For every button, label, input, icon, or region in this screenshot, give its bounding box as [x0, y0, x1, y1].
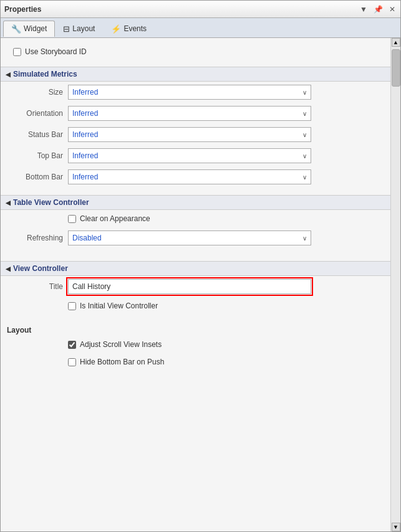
top-bar-row: Top Bar Inferred ∨ [1, 145, 390, 166]
status-bar-dropdown-text: Inferred [72, 130, 98, 139]
close-button[interactable]: ✕ [388, 5, 397, 14]
size-row: Size Inferred ∨ [1, 82, 390, 103]
status-bar-label: Status Bar [7, 130, 63, 139]
adjust-checkbox[interactable] [68, 341, 76, 349]
top-bar-dropdown[interactable]: Inferred ∨ [68, 148, 311, 163]
initial-checkbox[interactable] [68, 302, 76, 310]
tab-widget-label: Widget [24, 24, 47, 33]
size-dropdown-text: Inferred [72, 88, 98, 97]
top-bar-dropdown-arrow: ∨ [302, 153, 307, 159]
bottom-bar-dropdown-arrow: ∨ [302, 174, 307, 181]
title-bar-controls: ▼ 📌 ✕ [359, 5, 397, 14]
table-view-controller-section: ◀ Table View Controller Clear on Appeara… [1, 191, 390, 257]
storyboard-checkbox-label: Use Storyboard ID [25, 47, 87, 56]
bottom-bar-row: Bottom Bar Inferred ∨ [1, 166, 390, 188]
orientation-dropdown-arrow: ∨ [302, 110, 307, 117]
dock-button[interactable]: 📌 [372, 5, 384, 14]
refreshing-row: Refreshing Disabled ∨ [1, 227, 390, 249]
refreshing-dropdown[interactable]: Disabled ∨ [68, 230, 311, 245]
view-controller-header: ◀ View Controller [1, 261, 390, 276]
layout-icon: ⊟ [63, 24, 70, 34]
clear-checkbox-row: Clear on Appearance [1, 210, 390, 227]
content-area: Use Storyboard ID ◀ Simulated Metrics Si… [1, 38, 400, 531]
bottom-bar-label: Bottom Bar [7, 173, 63, 181]
refreshing-value: Disabled ∨ [68, 230, 384, 245]
tab-widget[interactable]: 🔧 Widget [3, 21, 55, 37]
orientation-value: Inferred ∨ [68, 106, 384, 121]
tab-events-label: Events [123, 24, 147, 33]
size-label: Size [7, 88, 63, 97]
bottom-bar-dropdown[interactable]: Inferred ∨ [68, 169, 311, 184]
size-dropdown[interactable]: Inferred ∨ [68, 85, 311, 100]
properties-window: Properties ▼ 📌 ✕ 🔧 Widget ⊟ Layout ⚡ Eve… [0, 0, 401, 532]
initial-checkbox-row: Is Initial View Controller [1, 297, 390, 315]
status-bar-value: Inferred ∨ [68, 127, 384, 142]
initial-checkbox-label: Is Initial View Controller [80, 302, 158, 310]
title-row: Title [1, 276, 390, 297]
table-view-controller-arrow: ◀ [6, 199, 11, 206]
layout-title: Layout [7, 326, 31, 335]
title-label: Title [7, 282, 63, 291]
size-dropdown-arrow: ∨ [302, 89, 307, 96]
scrollbar: ▲ ▼ [390, 38, 400, 531]
refreshing-dropdown-text: Disabled [72, 234, 102, 242]
bottom-bar-dropdown-text: Inferred [72, 173, 98, 181]
hide-checkbox-row: Hide Bottom Bar on Push [1, 353, 390, 371]
title-input[interactable] [68, 279, 311, 294]
hide-checkbox-label: Hide Bottom Bar on Push [80, 358, 164, 366]
status-bar-dropdown-arrow: ∨ [302, 131, 307, 138]
simulated-metrics-arrow: ◀ [6, 71, 11, 78]
layout-header: Layout [1, 322, 390, 336]
simulated-metrics-title: Simulated Metrics [13, 70, 77, 78]
storyboard-checkbox-row: Use Storyboard ID [7, 43, 384, 60]
scroll-thumb[interactable] [392, 49, 400, 87]
widget-icon: 🔧 [11, 24, 21, 34]
size-value: Inferred ∨ [68, 85, 384, 100]
title-bar: Properties ▼ 📌 ✕ [1, 1, 400, 18]
tab-layout-label: Layout [72, 24, 95, 33]
scroll-up-arrow[interactable]: ▲ [392, 38, 400, 47]
top-bar-label: Top Bar [7, 151, 63, 160]
tab-events[interactable]: ⚡ Events [103, 21, 155, 37]
orientation-dropdown[interactable]: Inferred ∨ [68, 106, 311, 121]
orientation-dropdown-text: Inferred [72, 109, 98, 118]
orientation-row: Orientation Inferred ∨ [1, 103, 390, 124]
simulated-metrics-section: ◀ Simulated Metrics Size Inferred ∨ Or [1, 63, 390, 191]
status-bar-row: Status Bar Inferred ∨ [1, 124, 390, 145]
bottom-bar-value: Inferred ∨ [68, 169, 384, 184]
scroll-down-arrow[interactable]: ▼ [392, 523, 400, 531]
layout-section: Layout Adjust Scroll View Insets Hide Bo… [1, 318, 390, 374]
top-bar-value: Inferred ∨ [68, 148, 384, 163]
adjust-checkbox-row: Adjust Scroll View Insets [1, 336, 390, 353]
pin-button[interactable]: ▼ [359, 5, 369, 14]
hide-checkbox[interactable] [68, 358, 76, 366]
status-bar-dropdown[interactable]: Inferred ∨ [68, 127, 311, 142]
table-view-controller-title: Table View Controller [13, 198, 89, 207]
refreshing-label: Refreshing [7, 234, 63, 242]
storyboard-section: Use Storyboard ID [1, 38, 390, 63]
top-bar-dropdown-text: Inferred [72, 151, 98, 160]
clear-checkbox[interactable] [68, 215, 76, 223]
tab-layout[interactable]: ⊟ Layout [55, 21, 103, 37]
refreshing-dropdown-arrow: ∨ [302, 235, 307, 242]
storyboard-checkbox[interactable] [13, 48, 21, 56]
view-controller-title: View Controller [13, 264, 68, 273]
tab-bar: 🔧 Widget ⊟ Layout ⚡ Events [1, 18, 400, 38]
clear-checkbox-label: Clear on Appearance [80, 214, 150, 223]
orientation-label: Orientation [7, 109, 63, 118]
table-view-controller-header: ◀ Table View Controller [1, 195, 390, 210]
view-controller-arrow: ◀ [6, 265, 11, 272]
spacer [1, 249, 390, 254]
title-bar-left: Properties [4, 5, 41, 14]
view-controller-section: ◀ View Controller Title Is Initial View … [1, 257, 390, 318]
simulated-metrics-header: ◀ Simulated Metrics [1, 67, 390, 82]
window-title: Properties [4, 5, 41, 14]
main-panel: Use Storyboard ID ◀ Simulated Metrics Si… [1, 38, 390, 531]
events-icon: ⚡ [111, 24, 121, 34]
adjust-checkbox-label: Adjust Scroll View Insets [80, 340, 162, 349]
title-value [68, 279, 384, 294]
